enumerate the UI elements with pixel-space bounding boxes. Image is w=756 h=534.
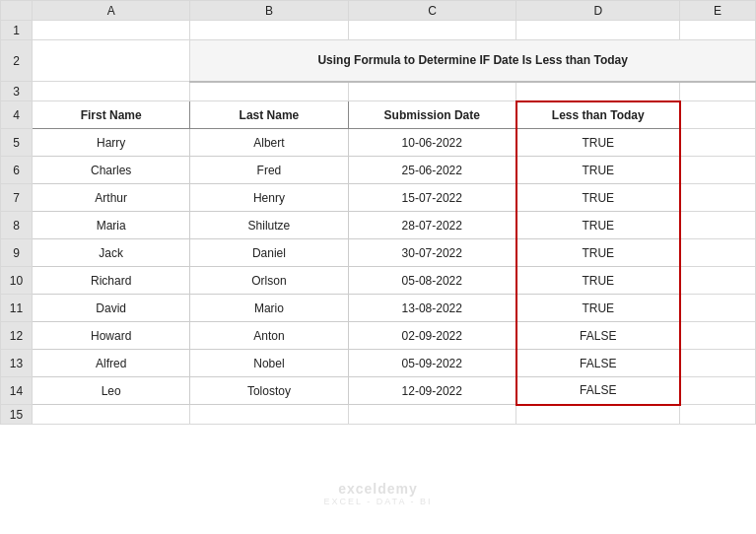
cell-last-name[interactable]: Tolostoy: [190, 377, 348, 405]
cell-result[interactable]: TRUE: [516, 239, 680, 267]
cell-last-name[interactable]: Shilutze: [190, 212, 348, 239]
cell-1C[interactable]: [348, 21, 516, 40]
cell-3D[interactable]: [516, 82, 680, 101]
data-row-13: 13AlfredNobel05-09-2022FALSE: [1, 350, 756, 377]
cell-first-name[interactable]: Howard: [33, 322, 190, 350]
rownum-10: 10: [1, 267, 33, 295]
cell-first-name[interactable]: Arthur: [33, 184, 190, 212]
cell-15-4[interactable]: [680, 405, 756, 425]
data-row-12: 12HowardAnton02-09-2022FALSE: [1, 322, 756, 350]
cell-first-name[interactable]: Maria: [33, 212, 190, 239]
cell-submission-date[interactable]: 13-08-2022: [348, 295, 516, 322]
cell-result[interactable]: TRUE: [516, 267, 680, 295]
cell-15-2[interactable]: [348, 405, 516, 425]
cell-last-name[interactable]: Nobel: [190, 350, 348, 377]
data-row-8: 8MariaShilutze28-07-2022TRUE: [1, 212, 756, 239]
cell-12F[interactable]: [680, 322, 756, 350]
rownum-9: 9: [1, 239, 33, 267]
cell-submission-date[interactable]: 05-09-2022: [348, 350, 516, 377]
row-3: 3: [1, 82, 756, 101]
cell-submission-date[interactable]: 05-08-2022: [348, 267, 516, 295]
row-15: 15: [1, 405, 756, 425]
rownum-15: 15: [1, 405, 33, 425]
cell-3E[interactable]: [680, 82, 756, 101]
row-2: 2 Using Formula to Determine IF Date Is …: [1, 40, 756, 82]
col-header-D: D: [516, 1, 680, 21]
rownum-2: 2: [1, 40, 33, 82]
rownum-1: 1: [1, 21, 33, 40]
spreadsheet-app: A B C D E 1 2 Using Formula to Determ: [0, 0, 756, 534]
cell-submission-date[interactable]: 30-07-2022: [348, 239, 516, 267]
cell-result[interactable]: FALSE: [516, 350, 680, 377]
cell-result[interactable]: FALSE: [516, 377, 680, 405]
table-header-row: 4 First Name Last Name Submission Date L…: [1, 101, 756, 129]
cell-last-name[interactable]: Mario: [190, 295, 348, 322]
cell-2A[interactable]: [33, 40, 190, 82]
cell-5F[interactable]: [680, 129, 756, 157]
row-1: 1: [1, 21, 756, 40]
col-header-E: E: [680, 1, 756, 21]
cell-submission-date[interactable]: 28-07-2022: [348, 212, 516, 239]
header-first-name: First Name: [33, 101, 190, 129]
header-submission-date: Submission Date: [348, 101, 516, 129]
cell-last-name[interactable]: Fred: [190, 157, 348, 184]
cell-last-name[interactable]: Daniel: [190, 239, 348, 267]
data-row-11: 11DavidMario13-08-2022TRUE: [1, 295, 756, 322]
cell-first-name[interactable]: Alfred: [33, 350, 190, 377]
cell-13F[interactable]: [680, 350, 756, 377]
cell-15-1[interactable]: [190, 405, 348, 425]
cell-first-name[interactable]: Richard: [33, 267, 190, 295]
cell-15-3[interactable]: [516, 405, 680, 425]
cell-submission-date[interactable]: 10-06-2022: [348, 129, 516, 157]
rownum-3: 3: [1, 82, 33, 101]
cell-1E[interactable]: [680, 21, 756, 40]
cell-submission-date[interactable]: 25-06-2022: [348, 157, 516, 184]
cell-result[interactable]: TRUE: [516, 157, 680, 184]
cell-submission-date[interactable]: 12-09-2022: [348, 377, 516, 405]
cell-8F[interactable]: [680, 212, 756, 239]
cell-3C[interactable]: [348, 82, 516, 101]
cell-1A[interactable]: [33, 21, 190, 40]
cell-submission-date[interactable]: 15-07-2022: [348, 184, 516, 212]
cell-9F[interactable]: [680, 239, 756, 267]
data-row-10: 10RichardOrlson05-08-2022TRUE: [1, 267, 756, 295]
cell-3B[interactable]: [190, 82, 348, 101]
rownum-6: 6: [1, 157, 33, 184]
cell-3A[interactable]: [33, 82, 190, 101]
cell-last-name[interactable]: Orlson: [190, 267, 348, 295]
cell-first-name[interactable]: David: [33, 295, 190, 322]
rownum-12: 12: [1, 322, 33, 350]
title-cell: Using Formula to Determine IF Date Is Le…: [190, 40, 756, 82]
rownum-4: 4: [1, 101, 33, 129]
cell-result[interactable]: TRUE: [516, 184, 680, 212]
cell-first-name[interactable]: Harry: [33, 129, 190, 157]
cell-7F[interactable]: [680, 184, 756, 212]
cell-result[interactable]: TRUE: [516, 295, 680, 322]
cell-result[interactable]: FALSE: [516, 322, 680, 350]
header-last-name: Last Name: [190, 101, 348, 129]
cell-last-name[interactable]: Albert: [190, 129, 348, 157]
cell-first-name[interactable]: Jack: [33, 239, 190, 267]
cell-1D[interactable]: [516, 21, 680, 40]
cell-14F[interactable]: [680, 377, 756, 405]
data-row-9: 9JackDaniel30-07-2022TRUE: [1, 239, 756, 267]
cell-1B[interactable]: [190, 21, 348, 40]
cell-first-name[interactable]: Leo: [33, 377, 190, 405]
cell-6F[interactable]: [680, 157, 756, 184]
cell-15-0[interactable]: [33, 405, 190, 425]
cell-11F[interactable]: [680, 295, 756, 322]
rownum-14: 14: [1, 377, 33, 405]
rownum-11: 11: [1, 295, 33, 322]
cell-10F[interactable]: [680, 267, 756, 295]
rownum-13: 13: [1, 350, 33, 377]
cell-last-name[interactable]: Henry: [190, 184, 348, 212]
rownum-7: 7: [1, 184, 33, 212]
cell-submission-date[interactable]: 02-09-2022: [348, 322, 516, 350]
cell-result[interactable]: TRUE: [516, 129, 680, 157]
cell-result[interactable]: TRUE: [516, 212, 680, 239]
cell-last-name[interactable]: Anton: [190, 322, 348, 350]
cell-first-name[interactable]: Charles: [33, 157, 190, 184]
cell-4F[interactable]: [680, 101, 756, 129]
data-row-6: 6CharlesFred25-06-2022TRUE: [1, 157, 756, 184]
data-row-14: 14LeoTolostoy12-09-2022FALSE: [1, 377, 756, 405]
